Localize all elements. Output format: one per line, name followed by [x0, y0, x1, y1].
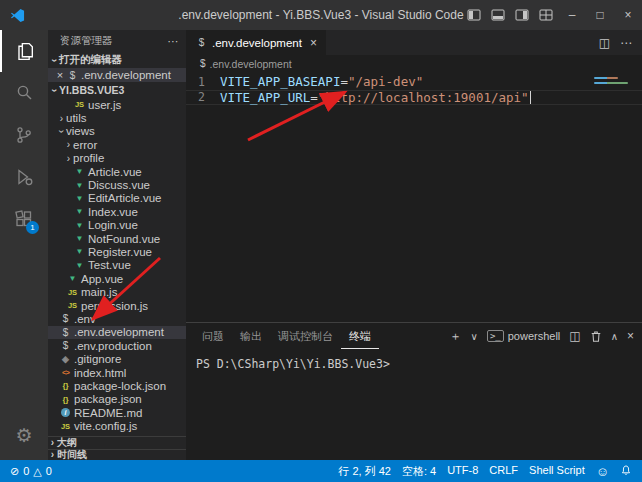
- status-indentation[interactable]: 空格: 4: [402, 464, 436, 479]
- settings-gear-icon[interactable]: ⚙: [0, 414, 48, 456]
- tree-item-Article.vue[interactable]: ▼Article.vue: [48, 165, 186, 178]
- tree-item-views[interactable]: ›views: [48, 125, 186, 138]
- file-name: Test.vue: [88, 259, 131, 271]
- open-editors-section-header[interactable]: › 打开的编辑器: [48, 52, 186, 68]
- code-editor[interactable]: 1VITE_APP_BASEAPI="/api-dev"2VITE_APP_UR…: [186, 72, 642, 322]
- tree-item-.env[interactable]: $.env: [48, 312, 186, 325]
- tree-item-package-lock.json[interactable]: {}package-lock.json: [48, 379, 186, 392]
- tree-item-user.js[interactable]: JSuser.js: [48, 98, 186, 111]
- extensions-icon[interactable]: 1: [0, 198, 48, 240]
- tree-item-Index.vue[interactable]: ▼Index.vue: [48, 205, 186, 218]
- code-line-2[interactable]: 2VITE_APP_URL="http://localhost:19001/ap…: [186, 90, 642, 106]
- tree-item-App.vue[interactable]: ▼App.vue: [48, 272, 186, 285]
- tree-item-vite.config.js[interactable]: JSvite.config.js: [48, 419, 186, 432]
- file-tree: JSuser.js›utils›views›error›profile▼Arti…: [48, 98, 186, 436]
- toggle-secondary-sidebar-icon[interactable]: [510, 0, 534, 30]
- panel-tab-output[interactable]: 输出: [232, 323, 270, 349]
- tree-item-package.json[interactable]: {}package.json: [48, 393, 186, 406]
- minimap[interactable]: [594, 77, 628, 87]
- vscode-logo-icon: [10, 8, 25, 23]
- tree-item-.env.production[interactable]: $.env.production: [48, 339, 186, 352]
- terminal-profile-item[interactable]: >_ powershell: [487, 330, 560, 342]
- minimize-button[interactable]: –: [558, 0, 586, 30]
- git-icon: ◈: [59, 354, 72, 364]
- tree-item-main.js[interactable]: JSmain.js: [48, 285, 186, 298]
- code-token: VITE_APP_URL: [220, 90, 310, 105]
- notifications-bell-icon[interactable]: [620, 464, 632, 479]
- close-panel-icon[interactable]: ×: [627, 329, 634, 343]
- chevron-right-icon: ›: [64, 139, 73, 150]
- error-count: 0: [23, 465, 29, 477]
- chevron-right-icon: ›: [48, 449, 57, 460]
- source-control-icon[interactable]: [0, 114, 48, 156]
- tree-item-index.html[interactable]: <>index.html: [48, 366, 186, 379]
- vue-icon: ▼: [66, 274, 79, 283]
- chevron-right-icon: ›: [57, 113, 66, 124]
- terminal-icon: >_: [487, 330, 504, 342]
- maximize-panel-icon[interactable]: ∧: [611, 331, 618, 342]
- extensions-badge: 1: [26, 221, 39, 234]
- close-icon[interactable]: ×: [54, 69, 66, 81]
- tree-item-NotFound.vue[interactable]: ▼NotFound.vue: [48, 232, 186, 245]
- status-encoding[interactable]: UTF-8: [447, 464, 478, 479]
- explorer-icon[interactable]: [0, 30, 48, 72]
- breadcrumb[interactable]: $ .env.development: [186, 55, 642, 72]
- panel-tab-debug-console[interactable]: 调试控制台: [270, 323, 341, 349]
- split-terminal-icon[interactable]: ◫: [569, 329, 580, 343]
- close-button[interactable]: ×: [614, 0, 642, 30]
- tree-item-Discuss.vue[interactable]: ▼Discuss.vue: [48, 178, 186, 191]
- file-name: .env: [74, 313, 96, 325]
- tree-item-Test.vue[interactable]: ▼Test.vue: [48, 259, 186, 272]
- split-editor-icon[interactable]: ◫: [599, 36, 610, 50]
- toggle-panel-icon[interactable]: [486, 0, 510, 30]
- file-name: .gitignore: [74, 353, 121, 365]
- file-name: .env.production: [74, 340, 152, 352]
- chevron-down-icon: ›: [49, 86, 60, 95]
- customize-layout-icon[interactable]: [534, 0, 558, 30]
- status-language-mode[interactable]: Shell Script: [529, 464, 585, 479]
- open-editor-file-name: .env.development: [81, 69, 171, 81]
- tree-item-README.md[interactable]: iREADME.md: [48, 406, 186, 419]
- search-icon[interactable]: [0, 72, 48, 114]
- js-icon: JS: [66, 288, 79, 297]
- tree-item-utils[interactable]: ›utils: [48, 111, 186, 124]
- more-actions-icon[interactable]: ⋯: [620, 36, 632, 50]
- more-actions-icon[interactable]: ⋯: [168, 35, 179, 47]
- tree-item-Register.vue[interactable]: ▼Register.vue: [48, 245, 186, 258]
- status-cursor-position[interactable]: 行 2, 列 42: [338, 464, 391, 479]
- close-icon[interactable]: ×: [310, 36, 317, 50]
- status-bar: ⊘ 0 △ 0 行 2, 列 42空格: 4UTF-8CRLFShell Scr…: [0, 460, 642, 482]
- tree-item-profile[interactable]: ›profile: [48, 152, 186, 165]
- panel-tab-terminal[interactable]: 终端: [341, 323, 379, 349]
- error-icon: ⊘: [10, 465, 19, 478]
- warning-count: 0: [46, 465, 52, 477]
- project-section-header[interactable]: › YI.BBS.VUE3: [48, 82, 186, 98]
- terminal-output[interactable]: PS D:\CSharp\Yi\Yi.BBS.Vue3>: [186, 349, 642, 460]
- timeline-section-header[interactable]: › 时间线: [48, 449, 186, 461]
- tree-item-error[interactable]: ›error: [48, 138, 186, 151]
- minimap-line-1: [594, 77, 618, 79]
- tree-item-.gitignore[interactable]: ◈.gitignore: [48, 352, 186, 365]
- new-terminal-icon[interactable]: ＋: [450, 328, 462, 345]
- run-debug-icon[interactable]: [0, 156, 48, 198]
- status-eol[interactable]: CRLF: [489, 464, 518, 479]
- panel-tab-problems[interactable]: 问题: [194, 323, 232, 349]
- maximize-button[interactable]: □: [586, 0, 614, 30]
- tree-item-Login.vue[interactable]: ▼Login.vue: [48, 219, 186, 232]
- tree-item-.env.development[interactable]: $.env.development: [48, 326, 186, 339]
- explorer-sidebar: 资源管理器 ⋯ › 打开的编辑器 × $ .env.development › …: [48, 30, 186, 460]
- problems-indicator[interactable]: ⊘ 0 △ 0: [10, 465, 52, 478]
- tab-env-development[interactable]: $ .env.development ×: [186, 30, 326, 55]
- tree-item-EditArticle.vue[interactable]: ▼EditArticle.vue: [48, 192, 186, 205]
- vue-icon: ▼: [73, 247, 86, 256]
- open-editor-item[interactable]: × $ .env.development: [48, 68, 186, 82]
- code-line-1[interactable]: 1VITE_APP_BASEAPI="/api-dev": [186, 74, 642, 90]
- kill-terminal-icon[interactable]: [590, 330, 602, 343]
- title-bar: .env.development - Yi.BBS.Vue3 - Visual …: [0, 0, 642, 30]
- toggle-sidebar-icon[interactable]: [462, 0, 486, 30]
- chevron-down-icon[interactable]: ∨: [471, 331, 478, 342]
- tree-item-permission.js[interactable]: JSpermission.js: [48, 299, 186, 312]
- status-items: 行 2, 列 42空格: 4UTF-8CRLFShell Script: [338, 464, 584, 479]
- feedback-smiley-icon[interactable]: ☺: [596, 464, 609, 479]
- bottom-panel: 问题输出调试控制台终端 ＋ ∨ >_ powershell ◫ ∧: [186, 322, 642, 460]
